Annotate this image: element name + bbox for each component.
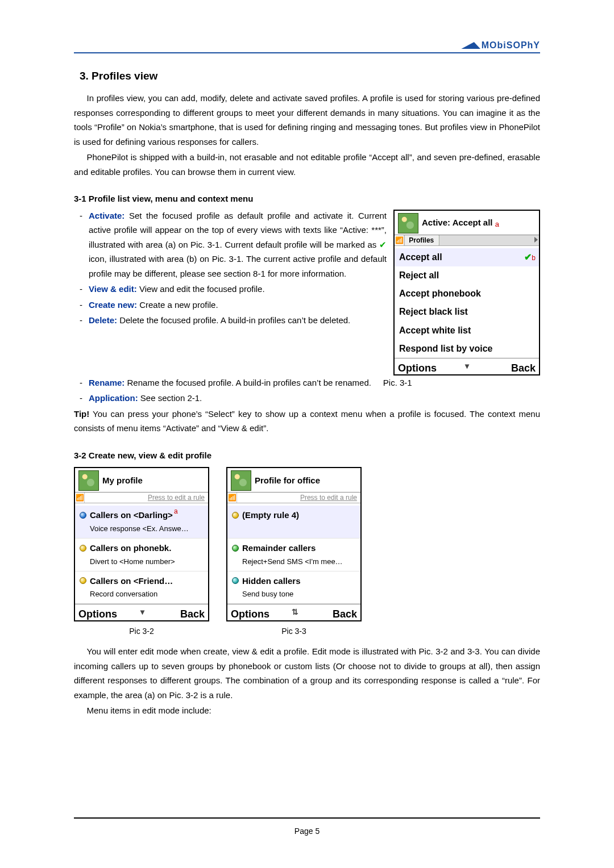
figure-pic-3-3: Profile for office 📶 Press to edit a rul… (226, 467, 362, 621)
menu-item-rename: Rename: Rename the focused profile. A bu… (76, 375, 540, 390)
figure-pic-3-1: Active: Accept all a 📶 Profiles Accept a… (393, 210, 540, 375)
menu-label: Activate: (89, 211, 125, 220)
signal-icon: 📶 (395, 235, 404, 246)
menu-item-create-new: Create new: Create a new profile. (76, 298, 387, 312)
rule-row[interactable]: Callers on <Darling>a Voice response <Ex… (75, 506, 208, 539)
rule-detail: Record conversation (80, 588, 204, 600)
chevron-right-icon[interactable] (534, 237, 538, 243)
tabs-scroll-area[interactable] (439, 235, 540, 245)
figure-caption-3-2: Pic 3-2 (129, 625, 154, 639)
active-profile-header: Active: Accept all a (422, 218, 536, 229)
bullet-icon (80, 512, 86, 519)
signal-icon: 📶 (227, 493, 237, 503)
rule-detail: Divert to <Home number> (80, 556, 204, 568)
app-icon (231, 470, 251, 491)
menu-item-application: Application: See section 2-1. (76, 391, 540, 406)
softkey-back[interactable]: Back (491, 358, 539, 374)
menu-list-3-1: Activate: Set the focused profile as def… (74, 208, 387, 328)
app-icon (398, 213, 418, 233)
menu-label: Application: (89, 393, 138, 403)
softkey-back[interactable]: Back (164, 604, 208, 620)
bullet-icon (80, 545, 86, 552)
edit-hint: Press to edit a rule (237, 493, 360, 503)
area-marker-a: a (495, 220, 499, 228)
softkey-up-down-icon[interactable]: ⇅ (273, 604, 317, 620)
menu-list-3-1-cont: Rename: Rename the focused profile. A bu… (74, 375, 540, 406)
bullet-icon (232, 577, 239, 584)
brand-logo: MObiSOPhY (466, 37, 540, 53)
profiles-tab[interactable]: Profiles (404, 235, 439, 245)
footer-rule (74, 817, 540, 819)
rule-detail (232, 523, 356, 535)
tip-label: Tip! (74, 409, 89, 419)
menu-label: Delete: (89, 315, 117, 325)
menu-item-activate: Activate: Set the focused profile as def… (76, 208, 387, 281)
menu-item-view-edit: View & edit: View and edit the focused p… (76, 282, 387, 297)
page-number: Page 5 (0, 825, 614, 838)
profile-row[interactable]: Accept phonebook (395, 285, 539, 303)
paragraph-3-2-b: Menu items in edit mode include: (74, 703, 540, 718)
rule-row[interactable]: (Empty rule 4) (227, 506, 360, 539)
softkey-down-icon[interactable]: ▾ (443, 358, 491, 374)
rule-row[interactable]: Callers on <Friend… Record conversation (75, 571, 208, 604)
figure-caption-3-1: Pic. 3-1 (383, 378, 412, 387)
softkey-back[interactable]: Back (317, 604, 360, 620)
subheading-3-1: 3-1 Profile list view, menu and context … (74, 191, 540, 206)
section-heading: 3. Profiles view (80, 67, 540, 85)
signal-icon: 📶 (75, 493, 85, 503)
profile-row[interactable]: Reject all (395, 266, 539, 285)
edit-hint: Press to edit a rule (85, 493, 208, 503)
rule-detail: Reject+Send SMS <I'm mee… (232, 556, 356, 568)
check-icon: ✔ (379, 240, 387, 249)
bullet-icon (80, 577, 86, 584)
bullet-icon (232, 545, 239, 552)
subheading-3-2: 3-2 Create new, view & edit profile (74, 448, 540, 463)
menu-label: Rename: (89, 378, 125, 387)
softkey-options[interactable]: Options (75, 604, 121, 620)
intro-paragraph-1: In profiles view, you can add, modify, d… (74, 91, 540, 149)
menu-item-delete: Delete: Delete the focused profile. A bu… (76, 313, 387, 328)
profile-edit-title: Profile for office (255, 475, 357, 486)
profile-list: Accept all ✔b Reject all Accept phoneboo… (395, 246, 539, 358)
figure-pic-3-2: My profile 📶 Press to edit a rule Caller… (74, 467, 209, 621)
paragraph-3-2-a: You will enter edit mode when create, vi… (74, 644, 540, 702)
softkey-options[interactable]: Options (227, 604, 273, 620)
rule-row[interactable]: Hidden callers Send busy tone (227, 571, 360, 604)
rule-detail: Send busy tone (232, 588, 356, 600)
intro-paragraph-2: PhonePilot is shipped with a build-in, n… (74, 150, 540, 179)
area-marker-b: b (532, 254, 536, 262)
profile-row[interactable]: Respond list by voice (395, 340, 539, 358)
app-icon (78, 470, 99, 491)
softkey-options[interactable]: Options (395, 358, 443, 374)
menu-label: View & edit: (89, 284, 137, 294)
area-marker-a: a (174, 508, 178, 515)
rule-detail: Voice response <Ex. Answe… (80, 523, 204, 535)
menu-label: Create new: (89, 300, 137, 310)
tip-paragraph: Tip! You can press your phone’s “Select”… (74, 407, 540, 436)
profile-row[interactable]: Accept white list (395, 322, 539, 340)
default-check-icon: ✔b (524, 249, 536, 265)
rule-row[interactable]: Callers on phonebk. Divert to <Home numb… (75, 539, 208, 571)
profile-edit-title: My profile (102, 475, 205, 486)
bullet-icon (232, 512, 239, 519)
profile-row[interactable]: Reject black list (395, 303, 539, 321)
figure-caption-3-3: Pic 3-3 (281, 625, 306, 639)
softkey-down-icon[interactable]: ▾ (121, 604, 164, 620)
profile-row-accept-all[interactable]: Accept all ✔b (395, 248, 539, 266)
rule-row[interactable]: Remainder callers Reject+Send SMS <I'm m… (227, 539, 360, 571)
